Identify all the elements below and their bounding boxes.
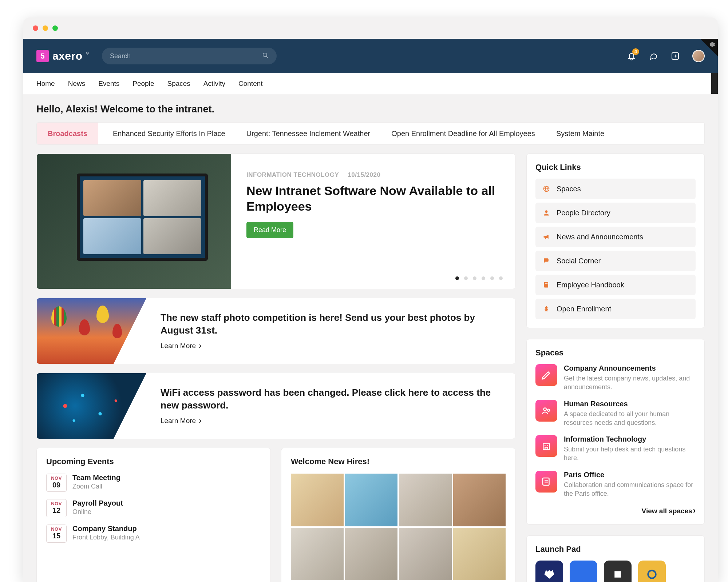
- carousel-dot[interactable]: [482, 276, 485, 280]
- space-item[interactable]: Human Resources A space dedicated to all…: [535, 400, 696, 427]
- window-minimize-dot[interactable]: [43, 25, 48, 31]
- user-icon: [542, 208, 551, 217]
- broadcasts-label: Broadcasts: [37, 123, 98, 144]
- spaces-panel: Spaces Company Announcements Get the lat…: [526, 339, 705, 525]
- svg-point-6: [545, 210, 548, 213]
- hire-photo[interactable]: [291, 474, 344, 526]
- quicklink-social[interactable]: Social Corner: [535, 251, 696, 271]
- svg-rect-7: [545, 283, 548, 284]
- space-item[interactable]: Information Technology Submit your help …: [535, 435, 696, 463]
- logo-text: axero: [52, 50, 83, 62]
- space-item[interactable]: Company Announcements Get the latest com…: [535, 364, 696, 392]
- nav-events[interactable]: Events: [98, 80, 119, 87]
- bullhorn-icon: [542, 232, 551, 241]
- event-item[interactable]: NOV 09 Team Meeting Zoom Call: [46, 474, 261, 492]
- quicklink-enrollment[interactable]: Open Enrollment: [535, 299, 696, 319]
- hire-photo[interactable]: [345, 528, 398, 581]
- promo-title: WiFi access password has been changed. P…: [161, 386, 500, 412]
- promo-card[interactable]: WiFi access password has been changed. P…: [36, 373, 515, 439]
- promo-card[interactable]: The new staff photo competition is here!…: [36, 298, 515, 364]
- broadcast-bar: Broadcasts Enhanced Security Efforts In …: [36, 122, 705, 145]
- nav-decoration: [711, 73, 718, 94]
- launch-tile[interactable]: [638, 561, 666, 582]
- svg-line-1: [266, 56, 268, 58]
- svg-point-9: [547, 409, 550, 411]
- event-item[interactable]: NOV 12 Payroll Payout Online: [46, 499, 261, 517]
- quick-links-panel: Quick Links Spaces People Directory News…: [526, 154, 705, 328]
- events-heading: Upcoming Events: [46, 457, 261, 466]
- nav-news[interactable]: News: [68, 80, 86, 87]
- events-card: Upcoming Events NOV 09 Team Meeting Zoom…: [36, 448, 271, 582]
- search-icon: [262, 52, 269, 60]
- hire-photo[interactable]: [345, 474, 398, 526]
- read-more-button[interactable]: Read More: [246, 222, 293, 238]
- event-date: NOV 15: [46, 525, 67, 543]
- quick-links-heading: Quick Links: [535, 163, 696, 172]
- launch-tile[interactable]: [604, 561, 632, 582]
- view-all-spaces-link[interactable]: View all spaces: [535, 506, 696, 515]
- event-location: Front Lobby, Building A: [72, 534, 140, 541]
- svg-point-0: [263, 53, 267, 57]
- hire-photo[interactable]: [453, 528, 506, 581]
- broadcast-item[interactable]: Urgent: Tennessee Inclement Weather: [246, 129, 371, 138]
- launch-tile[interactable]: [570, 561, 597, 582]
- hero-date: 10/15/2020: [348, 171, 380, 178]
- broadcast-item[interactable]: Open Enrollment Deadline for All Employe…: [391, 129, 535, 138]
- nav-spaces[interactable]: Spaces: [167, 80, 190, 87]
- launch-pad-panel: Launch Pad: [526, 535, 705, 582]
- event-title: Company Standup: [72, 525, 140, 533]
- nav-home[interactable]: Home: [36, 80, 55, 87]
- admin-settings-corner[interactable]: [700, 39, 718, 56]
- quicklink-people[interactable]: People Directory: [535, 203, 696, 223]
- primary-nav: Home News Events People Spaces Activity …: [23, 73, 718, 94]
- window-close-dot[interactable]: [33, 25, 38, 31]
- notifications-button[interactable]: 4: [627, 51, 636, 61]
- topbar: 5 axero ® 4: [23, 39, 718, 73]
- event-location: Online: [72, 508, 123, 516]
- broadcast-item[interactable]: Enhanced Security Efforts In Place: [113, 129, 225, 138]
- create-button[interactable]: [670, 51, 680, 61]
- learn-more-link[interactable]: Learn More: [161, 341, 500, 351]
- hire-photo[interactable]: [453, 474, 506, 526]
- broadcast-item[interactable]: System Mainte: [556, 129, 604, 138]
- nav-people[interactable]: People: [132, 80, 154, 87]
- event-title: Payroll Payout: [72, 499, 123, 507]
- svg-rect-10: [543, 444, 550, 450]
- messages-button[interactable]: [649, 51, 658, 61]
- carousel-dot[interactable]: [464, 276, 468, 280]
- nav-activity[interactable]: Activity: [203, 80, 225, 87]
- book-icon: [542, 280, 551, 289]
- hero-card: INFORMATION TECHNOLOGY10/15/2020 New Int…: [36, 154, 515, 289]
- search-field[interactable]: [102, 48, 277, 64]
- logo-mark-icon: 5: [36, 50, 49, 62]
- hire-photo[interactable]: [399, 474, 452, 526]
- carousel-dot[interactable]: [499, 276, 503, 280]
- event-item[interactable]: NOV 15 Company Standup Front Lobby, Buil…: [46, 525, 261, 543]
- quicklink-news[interactable]: News and Announcements: [535, 227, 696, 247]
- logo-registered: ®: [86, 51, 89, 55]
- logo[interactable]: 5 axero ®: [36, 50, 89, 62]
- carousel-dots: [455, 276, 503, 280]
- promo-image-balloons: [37, 298, 146, 364]
- nav-content[interactable]: Content: [238, 80, 263, 87]
- window-controls: [23, 17, 718, 39]
- carousel-dot[interactable]: [473, 276, 476, 280]
- search-input[interactable]: [110, 52, 259, 60]
- hire-photo[interactable]: [399, 528, 452, 581]
- carousel-dot[interactable]: [455, 276, 459, 280]
- hero-image: [37, 154, 231, 289]
- promo-image-tech: [37, 373, 146, 439]
- hire-photo-grid: [291, 474, 506, 580]
- greeting: Hello, Alexis! Welcome to the intranet.: [36, 104, 705, 115]
- quicklink-spaces[interactable]: Spaces: [535, 179, 696, 199]
- launch-tile[interactable]: [535, 561, 563, 582]
- spaces-heading: Spaces: [535, 348, 696, 358]
- gear-icon: [709, 41, 715, 49]
- carousel-dot[interactable]: [490, 276, 494, 280]
- hero-category: INFORMATION TECHNOLOGY10/15/2020: [246, 171, 500, 179]
- space-item[interactable]: Paris Office Collaboration and communica…: [535, 471, 696, 498]
- hire-photo[interactable]: [291, 528, 344, 581]
- quicklink-handbook[interactable]: Employee Handbook: [535, 275, 696, 295]
- learn-more-link[interactable]: Learn More: [161, 416, 500, 426]
- window-maximize-dot[interactable]: [52, 25, 58, 31]
